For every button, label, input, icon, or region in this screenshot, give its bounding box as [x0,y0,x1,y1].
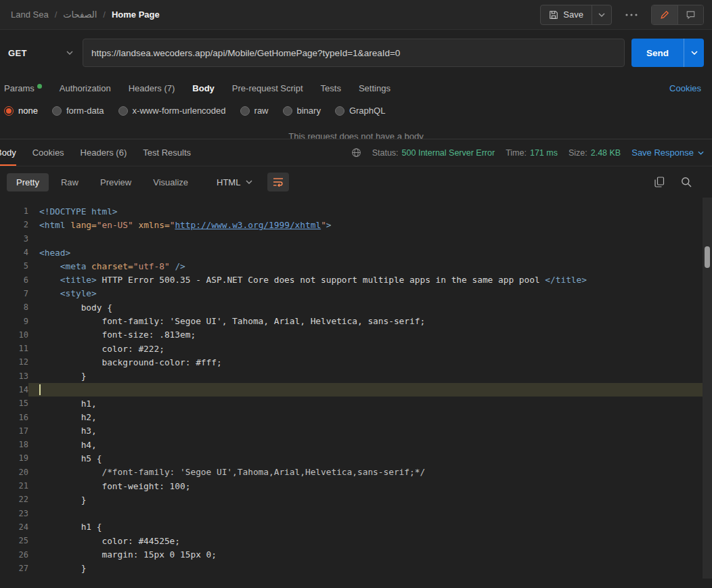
line-number: 19 [0,453,28,463]
scrollbar-thumb[interactable] [705,246,710,268]
code-line[interactable]: 11 color: #222; [0,342,712,355]
search-response-button[interactable] [681,177,692,187]
send-button-label: Send [646,48,669,58]
response-tab-cookies[interactable]: Cookies [32,139,64,166]
comments-button[interactable] [677,5,703,24]
code-line[interactable]: 10 font-size: .813em; [0,328,712,342]
request-tabs: Params Authorization Headers (7) Body Pr… [0,76,712,100]
code-line[interactable]: 18 h4, [0,438,712,451]
code-text: <title> HTTP Error 500.35 - ASP.NET Core… [28,273,703,286]
code-text: } [28,562,703,575]
line-number: 7 [0,289,28,298]
code-text: h1 { [28,520,703,534]
code-line[interactable]: 26 margin: 15px 0 15px 0; [0,547,712,561]
save-response-label: Save Response [631,148,694,158]
send-button[interactable]: Send [631,39,684,67]
code-line[interactable]: 23 [0,507,712,520]
send-button-group: Send [631,39,704,67]
code-line[interactable]: 20 /*font-family: 'Segoe UI',Tahoma,Aria… [0,466,712,479]
wrap-lines-button[interactable] [267,173,289,191]
line-number: 11 [0,344,28,353]
view-tab-raw[interactable]: Raw [51,173,88,191]
view-tab-pretty[interactable]: Pretty [7,173,49,191]
code-line[interactable]: 21 font-weight: 100; [0,479,712,493]
copy-response-button[interactable] [654,177,665,187]
body-type-x-www-form-urlencoded[interactable]: x-www-form-urlencoded [118,106,226,116]
code-line[interactable]: 22 } [0,493,712,506]
body-type-graphql[interactable]: GraphQL [335,106,385,116]
more-options-button[interactable] [623,12,640,18]
code-line[interactable]: 17 h3, [0,424,712,438]
tab-authorization[interactable]: Authorization [60,83,111,93]
code-line[interactable]: 7 <style> [0,287,712,300]
editor-scrollbar[interactable] [703,198,712,579]
save-button-label: Save [563,9,583,20]
tab-label: Headers (6) [81,148,127,158]
response-size: Size: 2.48 KB [569,148,621,158]
code-line[interactable]: 24 h1 { [0,520,712,534]
code-line[interactable]: 19 h5 { [0,451,712,465]
url-input[interactable] [83,48,624,58]
code-text: h5 { [28,451,703,465]
code-line[interactable]: 15 h1, [0,397,712,410]
tab-label: Pre-request Script [232,83,303,93]
code-line[interactable]: 4<head> [0,246,712,259]
line-number: 15 [0,399,28,408]
top-bar: Land Sea / الصفحات / Home Page Save [0,0,712,30]
format-select[interactable]: HTML [210,173,259,191]
time-value: 171 ms [530,148,558,158]
tab-pre-request-script[interactable]: Pre-request Script [232,83,303,93]
edit-documentation-button[interactable] [652,5,677,24]
tab-body[interactable]: Body [192,83,215,93]
network-globe-icon[interactable] [351,148,361,158]
code-line[interactable]: 25 color: #44525e; [0,534,712,547]
response-tab-body[interactable]: Body [0,139,16,166]
code-line[interactable]: 2<html lang="en-US" xmlns="http://www.w3… [0,218,712,231]
tab-tests[interactable]: Tests [321,83,341,93]
breadcrumb-workspace[interactable]: Land Sea [11,9,49,20]
code-text: h2, [28,410,703,424]
view-label: Preview [100,177,131,187]
response-time: Time: 171 ms [506,148,558,158]
body-type-none[interactable]: none [4,106,38,116]
cookies-link[interactable]: Cookies [669,83,701,93]
response-tab-headers[interactable]: Headers (6) [81,139,127,166]
code-line[interactable]: 1<!DOCTYPE html> [0,204,712,218]
radio-icon [4,106,14,116]
tab-label: Settings [359,83,391,93]
save-options-button[interactable] [592,5,611,24]
code-line[interactable]: 12 background-color: #fff; [0,355,712,369]
view-tab-visualize[interactable]: Visualize [143,173,198,191]
view-tab-preview[interactable]: Preview [91,173,141,191]
tab-params[interactable]: Params [4,83,42,93]
code-line[interactable]: 6 <title> HTTP Error 500.35 - ASP.NET Co… [0,273,712,286]
code-line[interactable]: 3 [0,232,712,246]
code-line[interactable]: 13 } [0,369,712,383]
line-number: 22 [0,495,28,504]
tab-settings[interactable]: Settings [359,83,391,93]
save-button[interactable]: Save [541,5,592,24]
send-options-button[interactable] [684,39,704,67]
radio-label: binary [297,106,321,116]
code-line[interactable]: 5 <meta charset="utf-8" /> [0,259,712,273]
body-type-form-data[interactable]: form-data [52,106,104,116]
chevron-down-icon [246,180,252,184]
code-line[interactable]: 8 body { [0,300,712,314]
breadcrumb-collection[interactable]: الصفحات [63,9,97,20]
method-select[interactable]: GET [0,48,83,58]
radio-icon [283,106,292,116]
line-number: 4 [0,248,28,257]
save-response-button[interactable]: Save Response [631,148,704,158]
code-line[interactable]: 16 h2, [0,410,712,424]
tab-headers[interactable]: Headers (7) [129,83,175,93]
time-label: Time: [506,148,527,158]
code-line[interactable]: 9 font-family: 'Segoe UI', Tahoma, Arial… [0,314,712,327]
line-number: 16 [0,413,28,422]
code-line[interactable]: 14 [0,383,712,397]
body-type-binary[interactable]: binary [283,106,321,116]
chevron-down-icon [598,13,605,17]
body-type-raw[interactable]: raw [240,106,269,116]
response-tab-test-results[interactable]: Test Results [143,139,191,166]
code-line[interactable]: 27 } [0,562,712,575]
code-text: /*font-family: 'Segoe UI',Tahoma,Arial,H… [28,466,703,479]
